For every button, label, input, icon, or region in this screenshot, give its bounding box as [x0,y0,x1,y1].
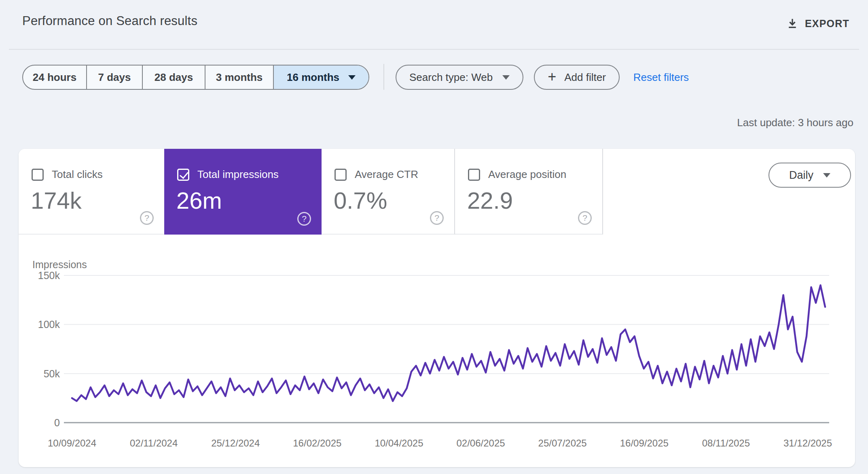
granularity-dropdown[interactable]: Daily [768,163,851,188]
metric-value: 174k [31,188,82,214]
metric-label: Total clicks [52,168,103,181]
performance-card: Total clicks 174k ? Total impressions 26… [19,149,855,467]
help-icon[interactable]: ? [140,211,154,225]
export-button[interactable]: EXPORT [784,17,852,30]
range-chip-label: 28 days [155,71,193,84]
metric-value: 0.7% [334,188,387,214]
header-divider [9,49,859,50]
metric-card-average-position[interactable]: Average position 22.9 ? [455,149,603,235]
metric-card-total-clicks[interactable]: Total clicks 174k ? [19,149,164,235]
range-chip-label: 3 months [216,71,263,84]
export-label: EXPORT [805,18,849,30]
total-clicks-checkbox[interactable] [32,169,44,181]
average-position-checkbox[interactable] [468,169,480,181]
chevron-down-icon [348,75,356,80]
range-chip-label: 7 days [98,71,131,84]
reset-filters-link[interactable]: Reset filters [633,71,689,84]
filters-group: Search type: Web + Add filter Reset filt… [396,65,689,90]
search-type-label: Search type: Web [409,71,493,84]
range-chip-16-months-selected[interactable]: 16 months [273,66,368,89]
chevron-down-icon [502,75,510,80]
metric-label: Average CTR [355,168,418,181]
range-chip-label: 16 months [287,71,339,84]
add-filter-button[interactable]: + Add filter [534,65,620,90]
y-axis-title: Impressions [32,259,87,271]
page-title: Performance on Search results [22,14,197,28]
range-chip-7-days[interactable]: 7 days [86,66,142,89]
help-icon[interactable]: ? [578,211,592,225]
date-range-segmented-control: 24 hours 7 days 28 days 3 months 16 mont… [22,65,369,90]
metric-value: 22.9 [467,188,513,214]
download-icon [786,17,798,30]
metric-label: Average position [488,168,566,181]
range-chip-28-days[interactable]: 28 days [142,66,205,89]
granularity-label: Daily [789,169,813,182]
range-chip-3-months[interactable]: 3 months [205,66,273,89]
help-icon[interactable]: ? [297,212,311,226]
metric-card-total-impressions[interactable]: Total impressions 26m ? [164,149,322,235]
range-chip-label: 24 hours [33,71,76,84]
metric-card-average-ctr[interactable]: Average CTR 0.7% ? [322,149,455,235]
chevron-down-icon [823,173,830,178]
average-ctr-checkbox[interactable] [334,169,347,181]
total-impressions-checkbox[interactable] [177,169,189,181]
metric-label: Total impressions [197,168,279,181]
last-update-text: Last update: 3 hours ago [737,116,853,129]
range-chip-24-hours[interactable]: 24 hours [23,66,86,89]
plus-icon: + [548,70,556,84]
add-filter-label: Add filter [564,71,606,84]
help-icon[interactable]: ? [430,211,444,225]
search-type-dropdown[interactable]: Search type: Web [396,65,523,90]
toolbar-divider [383,64,384,90]
metric-value: 26m [176,188,222,214]
impressions-chart[interactable]: Impressions [19,235,855,467]
